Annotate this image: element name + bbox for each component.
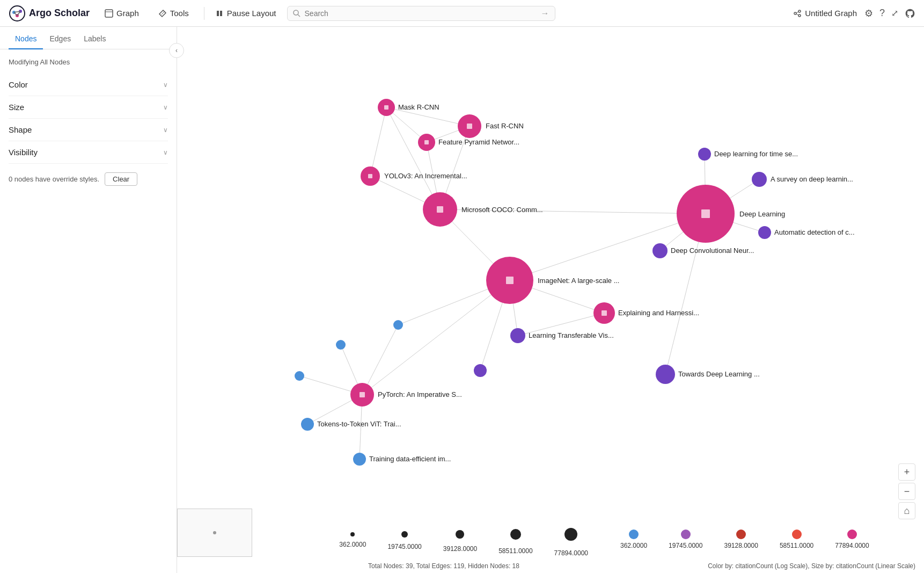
- size-property-row[interactable]: Size ∨: [9, 96, 168, 119]
- clear-button[interactable]: Clear: [105, 172, 137, 186]
- size-label: Size: [9, 103, 24, 112]
- sidebar-content: Modifying All Nodes Color ∨ Size ∨ Shape…: [0, 49, 177, 573]
- node-tokens-vit[interactable]: [301, 418, 314, 431]
- label-mask-rcnn: Mask R-CNN: [398, 103, 439, 111]
- search-input[interactable]: [305, 9, 537, 18]
- visibility-label: Visibility: [9, 148, 38, 157]
- size-chevron: ∨: [163, 104, 168, 111]
- nodes-layer[interactable]: Mask R-CNN Fast R-CNN Feature Pyramid Ne…: [295, 99, 855, 466]
- node-yolo[interactable]: [361, 166, 380, 186]
- header: Argo Scholar Graph Tools Pause Layout →: [0, 0, 924, 27]
- shape-chevron: ∨: [163, 126, 168, 134]
- nav-graph[interactable]: Graph: [100, 6, 143, 20]
- node-learning-transfer[interactable]: [510, 328, 525, 343]
- sidebar-collapse-btn[interactable]: ‹: [169, 43, 184, 58]
- svg-rect-11: [220, 11, 222, 16]
- svg-point-73: [336, 340, 346, 350]
- svg-point-72: [393, 320, 403, 330]
- label-fpn: Feature Pyramid Networ...: [438, 138, 519, 146]
- logo[interactable]: Argo Scholar: [9, 5, 90, 22]
- sidebar-tabs: Nodes Edges Labels: [0, 27, 177, 49]
- header-right: Untitled Graph ⚙ ? ⤢: [793, 8, 915, 19]
- node-survey[interactable]: [752, 172, 767, 187]
- label-tokens-vit: Tokens-to-Token ViT: Trai...: [317, 420, 401, 428]
- zoom-in-btn[interactable]: +: [898, 463, 915, 481]
- zoom-controls: + − ⌂: [898, 463, 915, 519]
- pause-layout-btn[interactable]: Pause Layout: [215, 9, 276, 18]
- svg-rect-51: [424, 140, 429, 144]
- svg-line-21: [386, 107, 440, 209]
- node-deep-learning[interactable]: [677, 185, 735, 243]
- svg-point-70: [301, 418, 314, 431]
- node-training-data[interactable]: [353, 453, 366, 466]
- shape-label: Shape: [9, 125, 32, 134]
- label-training-data: Training data-efficient im...: [369, 455, 451, 463]
- label-towards: Towards Deep Learning ...: [678, 370, 760, 378]
- node-fast-rcnn[interactable]: [458, 114, 481, 138]
- node-coco[interactable]: [423, 192, 457, 227]
- node-mask-rcnn[interactable]: [378, 99, 395, 116]
- search-bar[interactable]: →: [287, 6, 555, 21]
- help-icon[interactable]: ?: [879, 8, 885, 19]
- zoom-out-btn[interactable]: −: [898, 483, 915, 500]
- color-property-row[interactable]: Color ∨: [9, 74, 168, 96]
- node-sm3[interactable]: [295, 371, 304, 381]
- github-icon[interactable]: [905, 8, 915, 19]
- label-deep-learning: Deep Learning: [739, 210, 785, 218]
- svg-point-66: [758, 226, 771, 239]
- svg-point-69: [656, 365, 675, 384]
- node-deep-time[interactable]: [698, 148, 711, 161]
- search-icon: [293, 10, 300, 17]
- svg-line-13: [298, 14, 300, 17]
- zoom-reset-btn[interactable]: ⌂: [898, 502, 915, 519]
- svg-rect-53: [368, 174, 372, 178]
- node-deep-conv[interactable]: [652, 243, 668, 258]
- svg-rect-49: [467, 124, 472, 129]
- svg-line-22: [370, 107, 386, 176]
- tools-icon: [158, 9, 167, 18]
- node-imagenet[interactable]: [486, 257, 533, 304]
- graph-title: Untitled Graph: [805, 9, 857, 18]
- tab-labels[interactable]: Labels: [77, 27, 112, 49]
- node-explaining[interactable]: [593, 302, 615, 324]
- label-explaining: Explaining and Harnessi...: [618, 309, 699, 317]
- main-area: ‹ Nodes Edges Labels Modifying All Nodes…: [0, 27, 924, 573]
- minimap: [177, 509, 252, 557]
- node-pytorch[interactable]: [350, 383, 374, 407]
- expand-icon[interactable]: ⤢: [891, 8, 898, 18]
- label-learning-transfer: Learning Transferable Vis...: [529, 331, 614, 339]
- shape-property-row[interactable]: Shape ∨: [9, 119, 168, 141]
- svg-point-67: [652, 243, 668, 258]
- node-sm1[interactable]: [393, 320, 403, 330]
- label-coco: Microsoft COCO: Comm...: [461, 206, 543, 214]
- svg-point-0: [10, 6, 25, 21]
- graph-title-icon: [793, 9, 802, 18]
- nav-separator: [204, 7, 204, 20]
- graph-canvas[interactable]: Mask R-CNN Fast R-CNN Feature Pyramid Ne…: [177, 27, 924, 573]
- label-deep-time: Deep learning for time se...: [714, 150, 798, 158]
- section-title: Modifying All Nodes: [9, 58, 168, 66]
- tab-nodes[interactable]: Nodes: [9, 27, 43, 49]
- svg-line-18: [796, 14, 798, 15]
- svg-line-4: [14, 12, 17, 16]
- nav-tools[interactable]: Tools: [154, 6, 193, 20]
- svg-point-14: [794, 12, 796, 14]
- svg-rect-47: [384, 105, 388, 110]
- node-auto-detect[interactable]: [758, 226, 771, 239]
- label-deep-conv: Deep Convolutional Neur...: [671, 246, 754, 255]
- node-sm2[interactable]: [336, 340, 346, 350]
- settings-icon[interactable]: ⚙: [864, 8, 873, 19]
- color-label: Color: [9, 80, 28, 89]
- node-sm4[interactable]: [474, 364, 487, 377]
- svg-line-30: [362, 280, 510, 395]
- tab-edges[interactable]: Edges: [43, 27, 77, 49]
- svg-point-68: [510, 328, 525, 343]
- svg-point-74: [295, 371, 304, 381]
- visibility-property-row[interactable]: Visibility ∨: [9, 141, 168, 164]
- node-fpn[interactable]: [418, 134, 435, 151]
- sidebar: ‹ Nodes Edges Labels Modifying All Nodes…: [0, 27, 177, 573]
- cursor: [560, 246, 567, 253]
- label-imagenet: ImageNet: A large-scale ...: [538, 277, 619, 285]
- svg-rect-61: [360, 392, 365, 397]
- node-towards[interactable]: [656, 365, 675, 384]
